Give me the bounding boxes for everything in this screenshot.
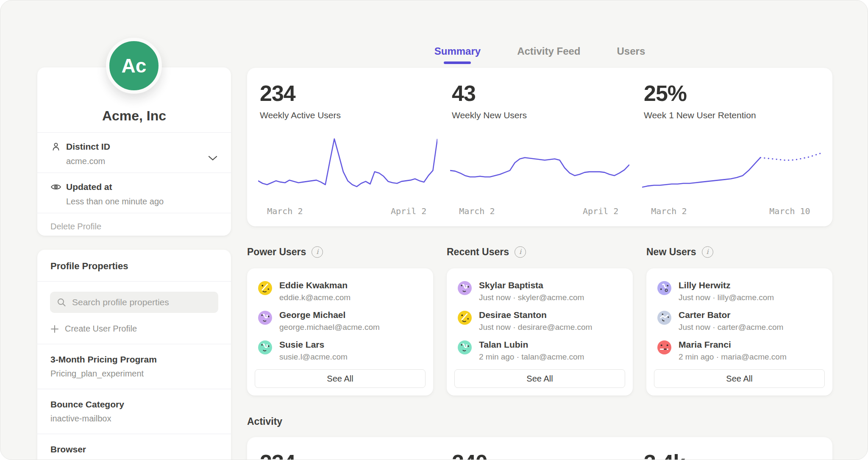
user-name: Maria Franci xyxy=(679,340,787,350)
list-item[interactable]: Skylar Baptista Just now · skyler@acme.c… xyxy=(458,280,623,302)
eye-icon xyxy=(50,181,61,192)
app-frame: Ac Acme, Inc Distinct ID acme.com xyxy=(0,0,868,460)
stat-value: 43 xyxy=(450,81,629,106)
user-meta: george.michael@acme.com xyxy=(279,323,380,332)
field-label: Distinct ID xyxy=(66,142,110,152)
avatar xyxy=(657,311,671,325)
user-meta: Just now · desirare@acme.com xyxy=(479,323,592,332)
delete-profile-button[interactable]: Delete Profile xyxy=(37,213,231,240)
stat-weekly-new-users: 43 Weekly New Users March 2 April 2 xyxy=(450,81,629,219)
info-icon[interactable]: i xyxy=(312,246,323,258)
activity-stat: 234 xyxy=(258,450,437,460)
list-item[interactable]: Carter Bator Just now · carter@acme.com xyxy=(657,310,822,332)
section-title: Recent Users xyxy=(447,246,509,258)
week1-retention-chart xyxy=(642,132,821,204)
divider xyxy=(37,281,231,282)
avatar xyxy=(258,340,272,354)
plus-icon xyxy=(50,325,59,333)
user-name: Lilly Herwitz xyxy=(679,280,774,290)
user-name: Desirae Stanton xyxy=(479,310,592,320)
field-label: Updated at xyxy=(66,182,112,192)
user-name: Skylar Baptista xyxy=(479,280,584,290)
new-users-card: Lilly Herwitz Just now · lilly@acme.com … xyxy=(646,268,832,396)
stat-weekly-active-users: 234 Weekly Active Users March 2 April 2 xyxy=(258,81,437,219)
property-label: 3-Month Pricing Program xyxy=(50,354,218,365)
avatar xyxy=(458,311,472,325)
tab-summary[interactable]: Summary xyxy=(434,45,481,64)
avatar xyxy=(258,311,272,325)
property-value: inactive-mailbox xyxy=(50,414,218,424)
tab-bar: Summary Activity Feed Users xyxy=(247,45,832,64)
recent-users-card: Skylar Baptista Just now · skyler@acme.c… xyxy=(447,268,633,396)
stat-value: 234 xyxy=(258,81,437,106)
user-meta: susie.l@acme.com xyxy=(279,352,348,362)
property-row: 3-Month Pricing Program Pricing_plan_exp… xyxy=(37,344,231,389)
activity-card: 234 240 3.4k xyxy=(247,437,832,460)
avatar xyxy=(657,281,671,295)
stat-value: 25% xyxy=(642,81,821,106)
x-tick: April 2 xyxy=(583,206,618,216)
info-icon[interactable]: i xyxy=(515,246,526,258)
see-all-button[interactable]: See All xyxy=(255,369,426,388)
x-tick: March 10 xyxy=(769,206,810,216)
activity-section-title: Activity xyxy=(247,416,282,427)
search-icon xyxy=(57,298,66,307)
user-name: George Michael xyxy=(279,310,380,320)
create-user-profile-label: Create User Profile xyxy=(65,324,137,334)
main-content: Summary Activity Feed Users 234 Weekly A… xyxy=(247,0,832,460)
x-tick: April 2 xyxy=(391,206,426,216)
person-icon xyxy=(50,141,61,152)
tab-activity-feed[interactable]: Activity Feed xyxy=(517,45,580,64)
see-all-button[interactable]: See All xyxy=(654,369,825,388)
chart-x-axis: March 2 April 2 xyxy=(258,205,437,219)
create-user-profile-button[interactable]: Create User Profile xyxy=(50,324,218,334)
weekly-new-users-chart xyxy=(450,132,629,204)
profile-properties-card: Profile Properties Create User Profile 3… xyxy=(37,250,231,460)
property-label: Bounce Category xyxy=(50,399,218,410)
property-value: Pricing_plan_experiment xyxy=(50,369,218,379)
field-value: Less than one minute ago xyxy=(66,197,219,206)
activity-stat: 3.4k xyxy=(642,450,821,460)
user-name: Eddie Kwakman xyxy=(279,280,351,290)
stat-label: Weekly Active Users xyxy=(258,110,437,120)
x-tick: March 2 xyxy=(459,206,495,216)
section-title: New Users xyxy=(646,246,696,258)
list-item[interactable]: Susie Lars susie.l@acme.com xyxy=(258,340,423,362)
user-name: Susie Lars xyxy=(279,340,348,350)
chevron-down-icon[interactable] xyxy=(207,155,218,163)
weekly-active-users-chart xyxy=(258,132,437,204)
chart-x-axis: March 2 March 10 xyxy=(642,205,821,219)
chart-x-axis: March 2 April 2 xyxy=(450,205,629,219)
user-name: Talan Lubin xyxy=(479,340,584,350)
new-users-header: New Users i xyxy=(646,246,832,258)
section-title: Power Users xyxy=(247,246,306,258)
list-item[interactable]: Lilly Herwitz Just now · lilly@acme.com xyxy=(657,280,822,302)
see-all-button[interactable]: See All xyxy=(454,369,625,388)
list-item[interactable]: Maria Franci 2 min ago · maria@acme.com xyxy=(657,340,822,362)
distinct-id-row: Distinct ID acme.com xyxy=(37,133,231,173)
user-meta: Just now · carter@acme.com xyxy=(679,323,783,332)
tab-users[interactable]: Users xyxy=(617,45,645,64)
power-users-header: Power Users i xyxy=(247,246,433,258)
user-cards: Eddie Kwakman eddie.k@acme.com George Mi… xyxy=(247,268,832,396)
list-item[interactable]: Talan Lubin 2 min ago · talan@acme.com xyxy=(458,340,623,362)
search-input[interactable] xyxy=(71,297,211,308)
stat-label: Week 1 New User Retention xyxy=(642,110,821,120)
org-avatar: Ac xyxy=(106,38,162,94)
activity-stat: 240 xyxy=(450,450,629,460)
user-meta: Just now · lilly@acme.com xyxy=(679,293,774,302)
profile-properties-search[interactable] xyxy=(50,292,218,313)
profile-properties-title: Profile Properties xyxy=(37,250,231,281)
list-item[interactable]: George Michael george.michael@acme.com xyxy=(258,310,423,332)
list-item[interactable]: Desirae Stanton Just now · desirare@acme… xyxy=(458,310,623,332)
user-section-headers: Power Users i Recent Users i New Users i xyxy=(247,246,832,258)
list-item[interactable]: Eddie Kwakman eddie.k@acme.com xyxy=(258,280,423,302)
power-users-card: Eddie Kwakman eddie.k@acme.com George Mi… xyxy=(247,268,433,396)
user-meta: 2 min ago · maria@acme.com xyxy=(679,352,787,362)
user-meta: Just now · skyler@acme.com xyxy=(479,293,584,302)
info-icon[interactable]: i xyxy=(702,246,713,258)
property-row: Browser Chrome xyxy=(37,434,231,460)
x-tick: March 2 xyxy=(267,206,303,216)
x-tick: March 2 xyxy=(651,206,687,216)
avatar xyxy=(458,340,472,354)
